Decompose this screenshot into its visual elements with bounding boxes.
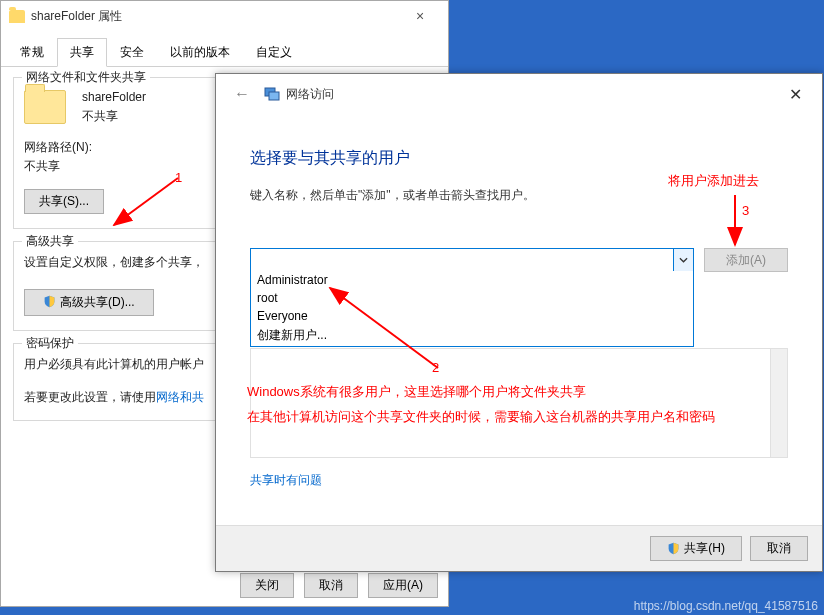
network-icon: [264, 86, 280, 102]
window-title: shareFolder 属性: [31, 8, 122, 25]
dialog-buttons: 关闭 取消 应用(A): [240, 573, 438, 598]
dropdown-option[interactable]: Everyone: [251, 307, 693, 325]
chevron-down-icon[interactable]: [673, 249, 693, 271]
network-center-link[interactable]: 网络和共: [156, 390, 204, 404]
close-icon[interactable]: ✕: [779, 81, 812, 108]
wizard-subtext: 键入名称，然后单击"添加"，或者单击箭头查找用户。: [250, 187, 788, 204]
tab-security[interactable]: 安全: [107, 38, 157, 67]
wizard-heading: 选择要与其共享的用户: [250, 148, 788, 169]
back-arrow-icon[interactable]: ←: [226, 81, 258, 107]
watermark: https://blog.csdn.net/qq_41587516: [634, 599, 818, 613]
user-dropdown: Administrator root Everyone 创建新用户...: [250, 271, 694, 347]
wizard-footer: 共享(H) 取消: [216, 525, 822, 571]
user-list[interactable]: [250, 348, 788, 458]
folder-name: shareFolder: [82, 90, 146, 104]
share-state: 不共享: [82, 108, 146, 125]
tab-sharing[interactable]: 共享: [57, 38, 107, 67]
wizard-body: 选择要与其共享的用户 键入名称，然后单击"添加"，或者单击箭头查找用户。 Adm…: [216, 114, 822, 489]
add-button[interactable]: 添加(A): [704, 248, 788, 272]
user-input[interactable]: [250, 248, 694, 272]
wizard-cancel-button[interactable]: 取消: [750, 536, 808, 561]
folder-icon: [9, 10, 25, 23]
group-legend: 密码保护: [22, 335, 78, 352]
network-access-wizard: ← 网络访问 ✕ 选择要与其共享的用户 键入名称，然后单击"添加"，或者单击箭头…: [215, 73, 823, 572]
apply-button[interactable]: 应用(A): [368, 573, 438, 598]
shield-icon: [667, 542, 680, 555]
folder-large-icon: [24, 90, 66, 124]
close-button[interactable]: 关闭: [240, 573, 294, 598]
trouble-link[interactable]: 共享时有问题: [250, 472, 788, 489]
tab-custom[interactable]: 自定义: [243, 38, 305, 67]
share-button[interactable]: 共享(S)...: [24, 189, 104, 214]
dropdown-option[interactable]: 创建新用户...: [251, 325, 693, 346]
pwd-line2: 若要更改此设置，请使用: [24, 390, 156, 404]
group-legend: 高级共享: [22, 233, 78, 250]
dropdown-option[interactable]: root: [251, 289, 693, 307]
user-combobox[interactable]: Administrator root Everyone 创建新用户...: [250, 248, 694, 272]
tab-general[interactable]: 常规: [7, 38, 57, 67]
close-icon[interactable]: ×: [400, 8, 440, 24]
wizard-title: 网络访问: [286, 86, 334, 103]
advanced-share-button[interactable]: 高级共享(D)...: [24, 289, 154, 316]
cancel-button[interactable]: 取消: [304, 573, 358, 598]
tab-versions[interactable]: 以前的版本: [157, 38, 243, 67]
wizard-header: ← 网络访问 ✕: [216, 74, 822, 114]
dropdown-option[interactable]: Administrator: [251, 271, 693, 289]
svg-rect-1: [269, 92, 279, 100]
share-confirm-button[interactable]: 共享(H): [650, 536, 742, 561]
shield-icon: [43, 295, 56, 308]
tabs: 常规 共享 安全 以前的版本 自定义: [1, 33, 448, 67]
titlebar: shareFolder 属性 ×: [1, 1, 448, 31]
